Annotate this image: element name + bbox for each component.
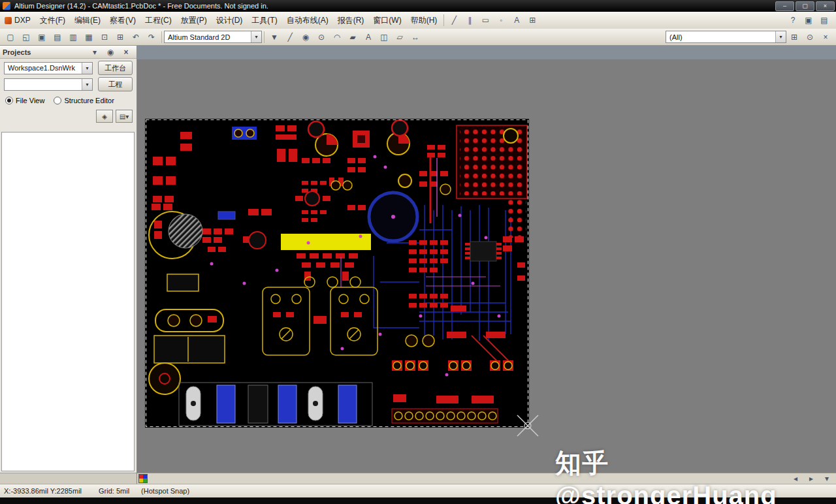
filter-combo[interactable]: (All): [666, 31, 786, 43]
folder-view-icon[interactable]: ▤▾: [116, 110, 133, 123]
close-button[interactable]: ×: [816, 1, 835, 11]
file-view-radio[interactable]: [5, 97, 13, 104]
board-insight-icon[interactable]: ⊙: [803, 30, 817, 44]
layer-menu-icon[interactable]: ▾: [820, 473, 834, 484]
crosshair-cursor: [516, 414, 539, 437]
filter-icon[interactable]: ▼: [267, 30, 281, 44]
menu-item-label: 文件(F): [40, 15, 65, 26]
menu-item-label: 窗口(W): [373, 15, 401, 26]
menu-item-label: 工具(T): [251, 15, 277, 26]
grid-icon[interactable]: ⊞: [525, 14, 539, 27]
menu-item-label: 设计(D): [216, 15, 243, 26]
scroll-right-icon[interactable]: ▸: [804, 473, 818, 484]
windows-taskbar[interactable]: [0, 497, 836, 504]
title-bar: Altium Designer (14.2) - CAMtastic1.PcbD…: [0, 0, 836, 12]
chevron-down-icon[interactable]: [251, 31, 261, 42]
open-project-icon[interactable]: ▤: [50, 30, 65, 44]
file-view-label: File View: [16, 97, 44, 104]
arc-icon[interactable]: ◠: [330, 30, 344, 44]
menu-item-5[interactable]: 放置(P): [176, 12, 212, 29]
menu-item-6[interactable]: 设计(D): [212, 12, 248, 29]
menu-item-0[interactable]: DXP: [0, 12, 35, 29]
string-icon[interactable]: A: [361, 30, 376, 44]
pcb-canvas[interactable]: [145, 119, 529, 428]
menu-item-label: 放置(P): [181, 15, 207, 26]
project-tree: [1, 132, 135, 471]
new-document-icon[interactable]: ▢: [3, 30, 18, 44]
chevron-down-icon[interactable]: [775, 31, 786, 42]
menu-item-9[interactable]: 报告(R): [333, 12, 369, 29]
menu-item-label: 自动布线(A): [287, 15, 329, 26]
menu-item-label: 编辑(E): [74, 15, 101, 26]
projects-panel-header[interactable]: Projects ▾◉×: [0, 46, 137, 59]
menu-item-2[interactable]: 编辑(E): [70, 12, 105, 29]
save-icon[interactable]: ▣: [35, 30, 49, 44]
workbench-button[interactable]: 工作台: [98, 61, 133, 75]
chevron-down-icon[interactable]: [82, 63, 92, 74]
projects-panel-title: Projects: [3, 48, 31, 56]
port-icon[interactable]: ▭: [478, 14, 492, 27]
projects-header-icons: ▾◉×: [87, 45, 134, 59]
divider: [443, 14, 444, 26]
chevron-down-icon[interactable]: ▾: [88, 45, 102, 59]
menu-item-4[interactable]: 工程(C): [140, 12, 176, 29]
undo-icon[interactable]: ↶: [129, 30, 143, 44]
view-mode-value: Altium Standard 2D: [168, 33, 230, 41]
menu-item-3[interactable]: 察看(V): [105, 12, 140, 29]
print-preview-icon[interactable]: ▦: [82, 30, 96, 44]
menu-item-10[interactable]: 窗口(W): [368, 12, 406, 29]
project-combo[interactable]: [4, 78, 93, 91]
close-icon[interactable]: ×: [119, 45, 133, 59]
structure-editor-radio[interactable]: [54, 97, 61, 104]
polygon-pour-icon[interactable]: ▱: [393, 30, 407, 44]
project-button[interactable]: 工程: [98, 77, 133, 91]
document-tab-bar: [137, 46, 836, 59]
panels-icon[interactable]: ▣: [801, 14, 816, 27]
menu-item-7[interactable]: 工具(T): [247, 12, 281, 29]
pad-icon[interactable]: ◉: [298, 30, 313, 44]
zoom-area-icon[interactable]: ⊞: [113, 30, 127, 44]
help-icon[interactable]: ?: [786, 14, 800, 27]
main-toolbar: ▢◱▣▤▥▦⊡⊞↶↷ Altium Standard 2D ▼╱◉⊙◠▰A◫▱↔…: [0, 29, 836, 46]
zoom-fit-icon[interactable]: ⊡: [97, 30, 112, 44]
menu-bar: DXP文件(F)编辑(E)察看(V)工程(C)放置(P)设计(D)工具(T)自动…: [0, 12, 836, 29]
menu-item-11[interactable]: 帮助(H): [406, 12, 442, 29]
bus-icon[interactable]: ∥: [462, 14, 477, 27]
filter-value: (All): [669, 33, 683, 41]
chevron-down-icon[interactable]: [82, 79, 92, 90]
status-bar: X:-3933.86mil Y:2285mil Grid: 5mil (Hots…: [0, 484, 836, 497]
maximize-button[interactable]: ▢: [796, 1, 814, 11]
interactive-route-icon[interactable]: ╱: [283, 30, 297, 44]
annotate-icon[interactable]: A: [509, 14, 524, 27]
pin-icon[interactable]: ◉: [103, 45, 118, 59]
via-icon[interactable]: ⊙: [314, 30, 329, 44]
divider: [161, 31, 162, 43]
menu-item-8[interactable]: 自动布线(A): [282, 12, 333, 29]
layer-color-icon[interactable]: [138, 474, 148, 483]
view-mode-combo[interactable]: Altium Standard 2D: [164, 31, 262, 43]
minimize-button[interactable]: –: [775, 1, 794, 11]
layer-tab-bar: ◂▸▾: [137, 473, 836, 484]
workspace-combo[interactable]: Workspace1.DsnWrk: [4, 62, 93, 74]
arrange-icon[interactable]: ▤: [817, 14, 831, 27]
open-document-icon[interactable]: ◱: [19, 30, 33, 44]
menubar-far-icons: ?▣▤: [785, 14, 832, 27]
window-title: Altium Designer (14.2) - CAMtastic1.PcbD…: [14, 2, 268, 10]
menu-item-label: 报告(R): [338, 15, 364, 26]
print-icon[interactable]: ▥: [66, 30, 80, 44]
toolbar-close-icon[interactable]: ×: [818, 30, 833, 44]
menu-item-1[interactable]: 文件(F): [35, 12, 70, 29]
menu-item-label: 工程(C): [145, 15, 172, 26]
menu-item-label: DXP: [14, 16, 31, 25]
wire-icon[interactable]: ╱: [447, 14, 461, 27]
dimension-icon[interactable]: ↔: [408, 30, 423, 44]
component-icon[interactable]: ◫: [377, 30, 391, 44]
menu-items: DXP文件(F)编辑(E)察看(V)工程(C)放置(P)设计(D)工具(T)自动…: [0, 12, 442, 29]
redo-icon[interactable]: ↷: [144, 30, 159, 44]
scroll-left-icon[interactable]: ◂: [788, 473, 803, 484]
fill-icon[interactable]: ▰: [346, 30, 360, 44]
app-icon: [3, 2, 10, 10]
sort-icon[interactable]: ◈: [96, 110, 113, 123]
snap-grid-icon[interactable]: ⊞: [787, 30, 801, 44]
junction-icon[interactable]: ◦: [494, 14, 508, 27]
